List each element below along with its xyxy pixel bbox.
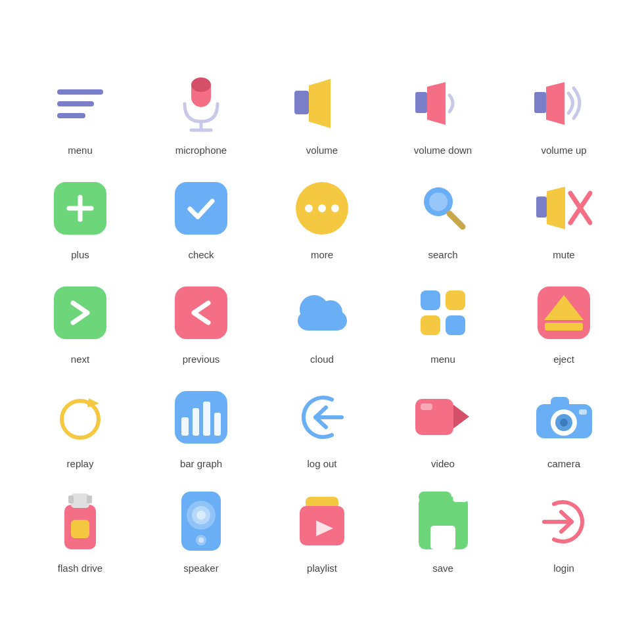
icon-cell-more[interactable]: more: [268, 169, 376, 267]
next-label: next: [71, 354, 89, 365]
svg-rect-36: [68, 495, 74, 503]
icon-cell-log-out[interactable]: log out: [268, 378, 376, 476]
eject-label: eject: [553, 354, 574, 365]
icon-cell-replay[interactable]: replay: [26, 378, 134, 476]
cloud-icon: [289, 280, 355, 346]
svg-rect-1: [191, 78, 211, 92]
bar-graph-icon: [168, 384, 234, 450]
volume-down-label: volume down: [414, 145, 472, 156]
svg-rect-25: [415, 399, 453, 435]
svg-marker-5: [309, 79, 331, 128]
icon-cell-eject[interactable]: eject: [510, 273, 618, 371]
icon-cell-next[interactable]: next: [26, 273, 134, 371]
svg-point-13: [429, 193, 448, 211]
save-icon: [410, 489, 476, 555]
bar-graph-label: bar graph: [180, 458, 222, 469]
svg-rect-6: [415, 92, 427, 113]
svg-marker-27: [453, 405, 469, 428]
icon-cell-mute[interactable]: mute: [510, 169, 618, 267]
flash-drive-icon: [47, 489, 113, 555]
menu-icon: [47, 71, 113, 137]
mute-label: mute: [553, 249, 574, 260]
svg-point-44: [198, 538, 204, 543]
svg-rect-35: [71, 494, 89, 508]
plus-label: plus: [71, 249, 89, 260]
svg-marker-9: [546, 82, 564, 125]
more-icon: [289, 175, 355, 241]
icon-cell-volume[interactable]: volume: [268, 64, 376, 162]
video-label: video: [431, 458, 455, 469]
icon-cell-camera[interactable]: camera: [510, 378, 618, 476]
replay-label: replay: [67, 458, 94, 469]
login-icon: [531, 489, 597, 555]
eject-icon: [531, 280, 597, 346]
flash-drive-label: flash drive: [58, 563, 103, 574]
svg-rect-38: [71, 520, 89, 538]
icon-cell-previous[interactable]: previous: [147, 273, 255, 371]
previous-icon: [168, 280, 234, 346]
svg-rect-8: [534, 92, 546, 113]
more-label: more: [311, 249, 333, 260]
svg-rect-29: [551, 397, 569, 409]
svg-point-42: [196, 511, 206, 520]
speaker-label: speaker: [183, 563, 218, 574]
icon-cell-speaker[interactable]: speaker: [147, 482, 255, 580]
svg-line-14: [449, 214, 463, 227]
icon-cell-volume-down[interactable]: volume down: [389, 64, 497, 162]
menu-label: menu: [68, 145, 93, 156]
replay-icon: [47, 384, 113, 450]
volume-up-label: volume up: [541, 145, 586, 156]
search-icon: [410, 175, 476, 241]
volume-down-icon: [410, 71, 476, 137]
save-label: save: [432, 563, 453, 574]
next-icon: [47, 280, 113, 346]
icon-cell-search[interactable]: search: [389, 169, 497, 267]
svg-rect-51: [430, 526, 455, 549]
microphone-label: microphone: [175, 145, 227, 156]
camera-label: camera: [547, 458, 580, 469]
log-out-icon: [289, 384, 355, 450]
svg-rect-49: [419, 492, 451, 502]
speaker-icon: [168, 489, 234, 555]
search-label: search: [428, 249, 457, 260]
menu-grid-label: menu: [430, 354, 455, 365]
icon-cell-save[interactable]: save: [389, 482, 497, 580]
svg-rect-4: [294, 91, 309, 114]
volume-label: volume: [306, 145, 338, 156]
previous-label: previous: [183, 354, 220, 365]
microphone-icon: [168, 71, 234, 137]
volume-up-icon: [531, 71, 597, 137]
svg-rect-33: [579, 409, 587, 415]
video-icon: [410, 384, 476, 450]
icon-cell-volume-up[interactable]: volume up: [510, 64, 618, 162]
icon-cell-menu[interactable]: menu: [26, 64, 134, 162]
log-out-label: log out: [307, 458, 336, 469]
icon-cell-bar-graph[interactable]: bar graph: [147, 378, 255, 476]
svg-rect-15: [536, 196, 547, 218]
check-icon: [168, 175, 234, 241]
mute-icon: [531, 175, 597, 241]
svg-point-22: [62, 401, 99, 438]
playlist-icon: [289, 489, 355, 555]
icon-cell-playlist[interactable]: playlist: [268, 482, 376, 580]
icon-cell-flash-drive[interactable]: flash drive: [26, 482, 134, 580]
icon-cell-login[interactable]: login: [510, 482, 618, 580]
plus-icon: [47, 175, 113, 241]
cloud-label: cloud: [310, 354, 334, 365]
svg-marker-7: [427, 82, 446, 125]
icon-cell-video[interactable]: video: [389, 378, 497, 476]
icon-grid: menu microphone: [0, 38, 644, 607]
svg-point-21: [319, 300, 342, 324]
icon-cell-microphone[interactable]: microphone: [147, 64, 255, 162]
icon-cell-plus[interactable]: plus: [26, 169, 134, 267]
camera-icon: [531, 384, 597, 450]
playlist-label: playlist: [307, 563, 337, 574]
menu-grid-icon: [410, 280, 476, 346]
check-label: check: [188, 249, 214, 260]
icon-cell-check[interactable]: check: [147, 169, 255, 267]
icon-cell-cloud[interactable]: cloud: [268, 273, 376, 371]
volume-icon: [289, 71, 355, 137]
icon-cell-menu-grid[interactable]: menu: [389, 273, 497, 371]
svg-rect-26: [421, 403, 432, 410]
svg-rect-37: [87, 495, 92, 503]
